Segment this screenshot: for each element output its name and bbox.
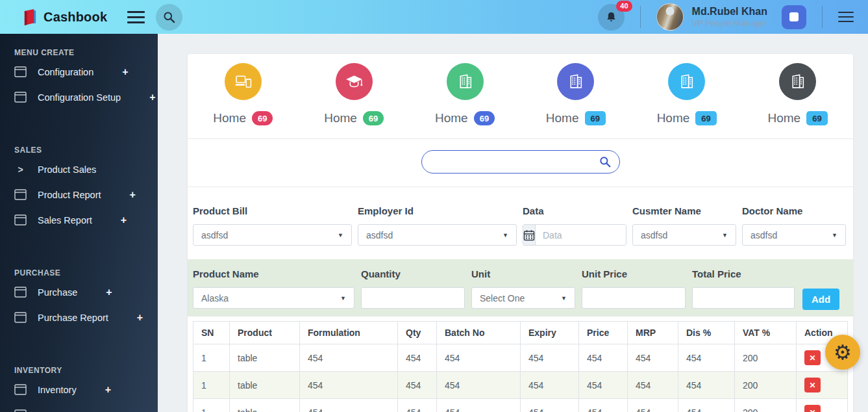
header-right: 40 Md.Rubel Khan VP People Manager xyxy=(598,3,868,31)
user-role: VP People Manager xyxy=(692,18,767,29)
user-meta[interactable]: Md.Rubel Khan VP People Manager xyxy=(692,5,767,29)
caret-down-icon: ▼ xyxy=(340,295,346,302)
header-search-button[interactable] xyxy=(156,4,182,31)
home-tile-3[interactable]: Home 69 xyxy=(410,63,521,125)
plus-icon[interactable]: + xyxy=(136,410,142,412)
sidebar-item-configuration[interactable]: Configuration + xyxy=(0,60,158,84)
building-icon xyxy=(447,63,484,100)
field-unit: Unit Select One ▼ xyxy=(471,268,575,309)
field-employer-id: Employer Id asdfsd ▼ xyxy=(358,205,517,246)
filter-row: Product Bill asdfsd ▼ Employer Id asdfsd… xyxy=(188,187,853,259)
notification-count-badge: 40 xyxy=(616,1,632,12)
window-icon xyxy=(14,92,27,103)
calendar-icon[interactable] xyxy=(523,225,536,245)
doctor-name-select[interactable]: asdfsd ▼ xyxy=(742,224,846,246)
caret-down-icon: ▼ xyxy=(502,232,508,238)
section-title-purchase: PURCHASE xyxy=(0,259,158,279)
caret-down-icon: ▼ xyxy=(832,232,837,238)
field-doctor-name: Doctor Name asdfsd ▼ xyxy=(742,205,846,246)
table-row: 1 table 454 454 454 454 454 454 454 200 … xyxy=(193,372,848,399)
content-card: Home 69 Home 69 Home 69 xyxy=(187,53,854,412)
sidebar-item-configuration-setup[interactable]: Configuration Setup + xyxy=(0,85,158,109)
count-badge: 69 xyxy=(363,111,384,125)
unit-select[interactable]: Select One ▼ xyxy=(471,287,575,309)
graduation-cap-icon xyxy=(336,63,373,100)
brand[interactable]: Cashbook xyxy=(0,8,127,26)
unit-price-input[interactable] xyxy=(582,287,686,309)
home-tile-2[interactable]: Home 69 xyxy=(299,63,410,125)
quantity-input[interactable] xyxy=(361,287,465,309)
count-badge: 69 xyxy=(695,111,716,125)
data-date-input[interactable] xyxy=(536,225,626,245)
plus-icon[interactable]: + xyxy=(105,385,111,395)
settings-menu-icon[interactable] xyxy=(838,12,854,23)
plus-icon[interactable]: + xyxy=(149,92,155,103)
sidebar-toggle-icon[interactable] xyxy=(127,11,145,23)
caret-down-icon: ▼ xyxy=(722,232,728,238)
sidebar-item-sales-report[interactable]: Sales Report + xyxy=(0,208,158,232)
sidebar-item-inventory[interactable]: Inventory + xyxy=(0,378,158,402)
user-name: Md.Rubel Khan xyxy=(692,5,767,18)
home-tile-5[interactable]: Home 69 xyxy=(631,63,742,125)
cusmter-name-select[interactable]: asdfsd ▼ xyxy=(632,224,736,246)
count-badge: 69 xyxy=(585,111,606,125)
window-icon xyxy=(14,66,27,77)
employer-id-select[interactable]: asdfsd ▼ xyxy=(358,224,517,246)
delete-row-button[interactable]: ✕ xyxy=(804,350,821,365)
plus-icon[interactable]: + xyxy=(121,215,127,225)
table-row: 1 table 454 454 454 454 454 454 454 200 … xyxy=(193,344,848,372)
home-tiles-row: Home 69 Home 69 Home 69 xyxy=(188,54,853,139)
search-icon[interactable] xyxy=(599,155,612,168)
main-content: Home 69 Home 69 Home 69 xyxy=(158,34,868,412)
top-header: Cashbook 40 Md.Rubel Khan VP People Mana… xyxy=(0,0,868,34)
field-unit-price: Unit Price xyxy=(582,268,686,309)
home-tile-4[interactable]: Home 69 xyxy=(520,63,631,125)
user-avatar[interactable] xyxy=(656,3,684,31)
window-icon xyxy=(14,384,27,395)
plus-icon[interactable]: + xyxy=(106,287,112,298)
plus-icon[interactable]: + xyxy=(130,190,136,200)
apps-button[interactable] xyxy=(782,5,806,29)
home-tile-1[interactable]: Home 69 xyxy=(188,63,299,125)
field-cusmter-name: Cusmter Name asdfsd ▼ xyxy=(632,205,736,246)
field-quantity: Quantity xyxy=(361,268,465,309)
sidebar-item-product-report[interactable]: Product Report + xyxy=(0,183,158,207)
gear-icon: ⚙ xyxy=(834,342,852,363)
building-icon xyxy=(668,63,705,100)
search-row xyxy=(188,139,853,187)
settings-fab-button[interactable]: ⚙ xyxy=(825,335,860,370)
search-input[interactable] xyxy=(432,157,599,167)
section-title-menu-create: MENU CREATE xyxy=(0,39,158,58)
count-badge: 69 xyxy=(806,111,827,125)
sidebar-item-purchase[interactable]: Purchase + xyxy=(0,280,158,304)
section-title-inventory: INVENTORY xyxy=(0,357,158,376)
window-icon xyxy=(14,189,27,200)
sidebar-item-purchase-report[interactable]: Purchase Report + xyxy=(0,305,158,329)
field-data: Data xyxy=(523,205,626,246)
product-bill-select[interactable]: asdfsd ▼ xyxy=(193,224,352,246)
field-total-price: Total Price xyxy=(692,268,795,309)
home-tile-6[interactable]: Home 69 xyxy=(742,63,853,125)
building-icon xyxy=(779,63,816,100)
bell-icon xyxy=(604,10,618,24)
window-icon xyxy=(14,409,27,412)
caret-down-icon: ▼ xyxy=(561,295,567,302)
devices-icon xyxy=(225,63,262,100)
plus-icon[interactable]: + xyxy=(137,313,143,323)
sidebar: MENU CREATE Configuration + Configuratio… xyxy=(0,34,158,412)
plus-icon[interactable]: + xyxy=(122,67,128,77)
sidebar-item-inventory-report[interactable]: Inventory Report + xyxy=(0,403,158,412)
products-table-wrap: SN Product Formulation Qty Batch No Expi… xyxy=(188,316,853,412)
delete-row-button[interactable]: ✕ xyxy=(804,405,821,412)
total-price-input[interactable] xyxy=(692,287,795,309)
add-button[interactable]: Add xyxy=(802,289,839,310)
sidebar-item-product-sales[interactable]: > Product Sales xyxy=(0,157,158,181)
product-name-select[interactable]: Alaska ▼ xyxy=(193,287,354,309)
section-title-sales: SALES xyxy=(0,136,158,156)
chevron-right-icon: > xyxy=(14,164,27,175)
count-badge: 69 xyxy=(252,111,273,125)
field-product-name: Product Name Alaska ▼ xyxy=(193,268,354,309)
notifications-button[interactable]: 40 xyxy=(598,4,625,31)
delete-row-button[interactable]: ✕ xyxy=(804,378,821,393)
brand-name: Cashbook xyxy=(43,10,107,25)
